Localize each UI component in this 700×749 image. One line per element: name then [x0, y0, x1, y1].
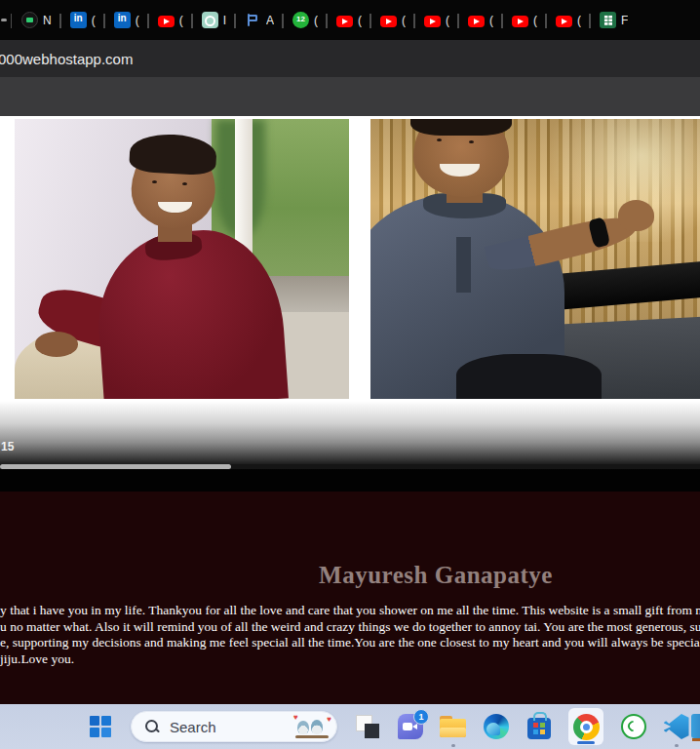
running-indicator [451, 744, 455, 747]
tab-flag[interactable]: A [235, 1, 283, 40]
photo-left-man-maroon-shirt [15, 119, 349, 399]
slideshow [0, 116, 700, 401]
search-icon [145, 720, 160, 734]
tab-spreadsheet[interactable]: F [590, 1, 637, 40]
browser-tab-strip: N ( ( ( I A 12 ( ( [0, 0, 700, 40]
page-title: Mayuresh Ganapatye [0, 492, 700, 589]
browser-url-bar[interactable]: 000webhostapp.com [0, 40, 700, 77]
paragraph-line: y that i have you in my life. Thankyou f… [0, 603, 700, 619]
youtube-icon [424, 16, 441, 27]
screen: N ( ( ( I A 12 ( ( [0, 0, 700, 749]
slide-counter: 15 [1, 440, 14, 453]
taskbar-search[interactable]: Search ♥ ♥ [131, 711, 337, 742]
lovebirds-emoji-icon: ♥ ♥ [295, 714, 329, 739]
file-explorer-button[interactable] [440, 714, 466, 740]
start-button[interactable] [88, 714, 114, 740]
chatgpt-icon [202, 12, 218, 28]
tab-youtube-7[interactable]: ( [546, 1, 590, 40]
stacked-windows-button[interactable] [354, 714, 380, 740]
ms-store-button[interactable] [525, 714, 552, 740]
youtube-icon [380, 16, 397, 27]
tab-youtube-4[interactable]: ( [414, 1, 458, 40]
tab-youtube-6[interactable]: ( [502, 1, 546, 40]
photo-right-man-blue-polo [370, 119, 700, 399]
spreadsheet-icon [600, 12, 616, 28]
paragraph-line: u no matter what. Also it will remind yo… [0, 619, 700, 636]
dedication-paragraph: y that i have you in my life. Thankyou f… [0, 603, 700, 667]
running-indicator [675, 744, 679, 747]
edge-icon [484, 714, 509, 739]
tab-youtube-3[interactable]: ( [370, 1, 414, 40]
youtube-icon [556, 16, 572, 27]
partial-taskbar-icon[interactable] [691, 714, 700, 738]
taskbar: Search ♥ ♥ 1 [0, 704, 700, 749]
horizontal-scrollbar[interactable] [0, 464, 700, 469]
paragraph-line: e, supporting my decisions and making me… [0, 635, 700, 651]
url-text: 000webhostapp.com [0, 51, 133, 67]
vscode-icon [664, 714, 689, 739]
whatsapp-icon [621, 714, 646, 739]
vscode-button[interactable] [663, 714, 689, 740]
tab-chatgpt[interactable]: I [192, 1, 235, 40]
ms-store-icon [527, 718, 551, 739]
tab-overflow-dash [1, 19, 7, 21]
whatsapp-button[interactable] [620, 714, 646, 740]
youtube-icon [158, 16, 175, 27]
stacked-windows-icon [356, 715, 379, 738]
tab-youtube-2[interactable]: ( [327, 1, 370, 40]
tab-whatsapp[interactable]: 12 ( [283, 1, 327, 40]
linkedin-icon [114, 12, 131, 28]
tab-linkedin-2[interactable]: ( [104, 1, 148, 40]
tab-youtube-1[interactable]: ( [148, 1, 192, 40]
youtube-icon [336, 16, 353, 27]
linkedin-icon [70, 12, 87, 28]
whatsapp-unread-icon: 12 [292, 12, 309, 28]
active-window-indicator [577, 741, 595, 744]
green-mail-circle-icon [21, 12, 38, 28]
tab-youtube-5[interactable]: ( [458, 1, 502, 40]
tab-mail[interactable]: N [12, 1, 60, 40]
youtube-icon [468, 16, 485, 27]
chrome-button-active[interactable] [568, 708, 603, 745]
slideshow-fade: 15 [0, 401, 700, 470]
youtube-icon [512, 16, 528, 27]
chrome-icon [573, 714, 600, 740]
windows-start-icon [90, 716, 112, 738]
flag-icon [245, 12, 261, 28]
teams-chat-button[interactable]: 1 [397, 714, 423, 740]
browser-toolbar-band [0, 77, 700, 116]
paragraph-line: jiju.Love you. [0, 651, 700, 668]
tab-linkedin-1[interactable]: ( [60, 1, 104, 40]
scrollbar-thumb[interactable] [0, 464, 231, 469]
search-placeholder: Search [170, 719, 286, 735]
chat-badge: 1 [413, 709, 429, 725]
content-section: Mayuresh Ganapatye y that i have you in … [0, 492, 700, 704]
black-divider-band [0, 470, 700, 492]
file-explorer-icon [440, 716, 466, 737]
edge-button[interactable] [483, 714, 509, 740]
